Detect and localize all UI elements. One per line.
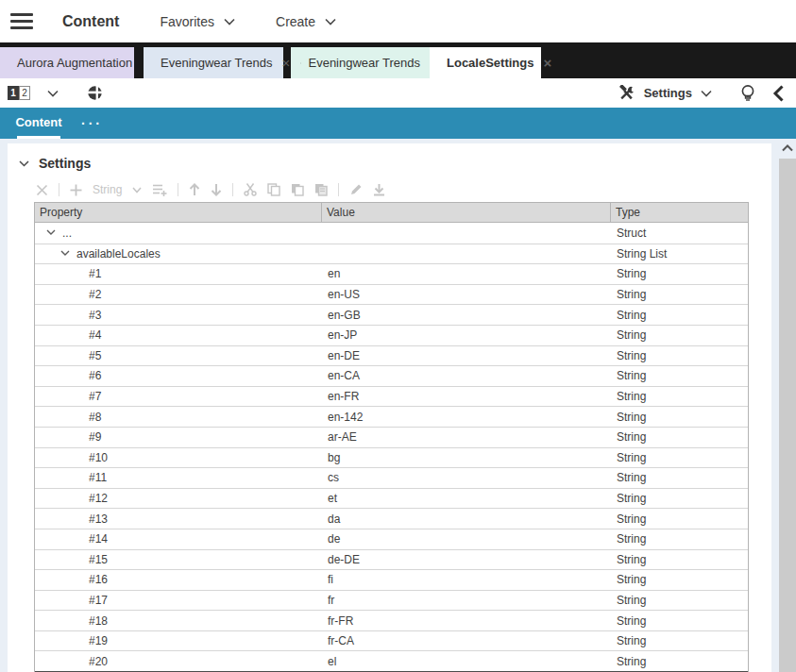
property-cell: #13 (35, 509, 322, 529)
row-expand-chevron-icon[interactable] (46, 229, 56, 236)
struct-editor-toolbar: String (36, 183, 771, 196)
struct-property-table: Property Value Type ...StructavailableLo… (34, 202, 749, 672)
table-row[interactable]: ...Struct (35, 223, 748, 244)
table-row[interactable]: availableLocalesString List (35, 244, 748, 264)
table-row[interactable]: #12etString (35, 488, 748, 509)
collapse-panel-chevron-left-icon[interactable] (772, 85, 785, 102)
property-cell: #9 (35, 428, 322, 447)
tab-content-active[interactable]: Content (17, 108, 60, 139)
add-multiple-icon[interactable] (152, 183, 167, 196)
split-view-chevron-down-icon[interactable] (47, 90, 59, 97)
tab-localesettings-active[interactable]: LocaleSettings × (430, 47, 541, 78)
table-row[interactable]: #13daString (35, 508, 748, 529)
property-cell: availableLocales (35, 244, 322, 264)
lightbulb-icon[interactable] (740, 84, 755, 103)
property-name: #10 (89, 451, 108, 464)
move-down-icon[interactable] (211, 183, 222, 196)
type-cell: String (611, 387, 748, 407)
column-header-value[interactable]: Value (322, 203, 611, 222)
paste-icon[interactable] (291, 183, 304, 196)
tab-overflow-dots[interactable]: ··· (81, 108, 103, 139)
type-chevron-down-icon[interactable] (132, 187, 142, 193)
remove-icon[interactable] (36, 184, 48, 196)
property-cell: #5 (35, 346, 322, 366)
favorites-menu[interactable]: Favorites (160, 14, 235, 29)
settings-dropdown[interactable]: Settings (618, 85, 712, 101)
cut-icon[interactable] (244, 183, 257, 196)
table-row[interactable]: #17frString (35, 590, 748, 611)
type-cell: String (611, 651, 748, 671)
table-row[interactable]: #5en-DEString (35, 345, 748, 366)
table-row[interactable]: #1enString (35, 263, 748, 284)
column-header-type[interactable]: Type (611, 203, 748, 222)
tab-close-icon[interactable]: × (282, 56, 291, 70)
split-view-pane2: 2 (19, 86, 30, 100)
tab-close-icon[interactable]: × (543, 56, 551, 70)
chevron-down-icon (325, 18, 336, 25)
paste-special-icon[interactable] (314, 183, 328, 196)
value-cell: et (322, 489, 611, 509)
type-cell: String (611, 550, 748, 570)
table-row[interactable]: #7en-FRString (35, 386, 748, 407)
table-row[interactable]: #6en-CAString (35, 365, 748, 386)
table-row[interactable]: #11csString (35, 467, 748, 488)
scrollbar-thumb[interactable] (779, 159, 796, 672)
table-row[interactable]: #10bgString (35, 447, 748, 468)
property-name: #7 (89, 390, 101, 403)
property-cell: #16 (35, 570, 322, 590)
value-cell: cs (322, 468, 611, 488)
tools-icon (618, 85, 635, 101)
value-cell: en-US (322, 285, 611, 305)
table-row[interactable]: #15de-DEString (35, 549, 748, 570)
table-row[interactable]: #19fr-CAString (35, 630, 748, 651)
vertical-scrollbar (779, 139, 796, 672)
tab-eveningwear-trends-1[interactable]: Eveningwear Trends × (144, 47, 283, 78)
value-cell: en-FR (322, 387, 611, 407)
property-name: #1 (89, 267, 101, 280)
property-cell: #17 (35, 591, 322, 611)
table-row[interactable]: #20elString (35, 650, 748, 671)
settings-form-panel: Settings String Property Value Type ...S… (8, 143, 771, 672)
value-cell: en-CA (322, 366, 611, 386)
tab-eveningwear-trends-2[interactable]: Eveningwear Trends (291, 47, 430, 78)
create-menu[interactable]: Create (276, 14, 336, 29)
chevron-up-icon (782, 144, 793, 152)
split-view-toggle[interactable]: 1 2 (8, 86, 30, 100)
property-cell: #2 (35, 285, 322, 305)
scroll-up-button[interactable] (779, 139, 796, 158)
type-cell: String (611, 285, 748, 305)
table-row[interactable]: #14deString (35, 529, 748, 549)
edit-pencil-icon[interactable] (349, 183, 363, 196)
property-cell: #1 (35, 264, 322, 284)
table-row[interactable]: #2en-USString (35, 284, 748, 305)
table-row[interactable]: #4en-JPString (35, 325, 748, 345)
table-row[interactable]: #18fr-FRString (35, 610, 748, 630)
settings-section-header[interactable]: Settings (8, 143, 771, 171)
property-cell: #10 (35, 448, 322, 468)
import-icon[interactable] (373, 183, 385, 196)
value-cell: de (322, 529, 611, 549)
section-title: Settings (39, 156, 91, 171)
table-row[interactable]: #3en-GBString (35, 304, 748, 325)
value-cell: en-GB (322, 305, 611, 325)
row-expand-chevron-icon[interactable] (60, 250, 70, 257)
property-name: #5 (89, 349, 101, 362)
copy-icon[interactable] (267, 183, 280, 196)
type-cell: String List (611, 244, 748, 264)
tab-aurora-augmentation[interactable]: Aurora Augmentation (0, 47, 134, 78)
locale-globe-icon[interactable] (87, 85, 103, 101)
table-header-row: Property Value Type (35, 203, 748, 223)
split-view-pane1: 1 (8, 86, 19, 100)
move-up-icon[interactable] (189, 183, 200, 196)
type-cell: String (611, 366, 748, 386)
table-row[interactable]: #16fiString (35, 569, 748, 590)
property-type-select[interactable]: String (93, 183, 122, 196)
hamburger-menu-icon[interactable] (10, 9, 33, 33)
table-row[interactable]: #9ar-AEString (35, 427, 748, 447)
add-property-icon[interactable] (70, 184, 82, 196)
type-cell: String (611, 448, 748, 468)
table-row[interactable]: #8en-142String (35, 406, 748, 427)
property-cell: #18 (35, 611, 322, 630)
column-header-property[interactable]: Property (35, 203, 322, 222)
property-name: #6 (89, 369, 101, 382)
